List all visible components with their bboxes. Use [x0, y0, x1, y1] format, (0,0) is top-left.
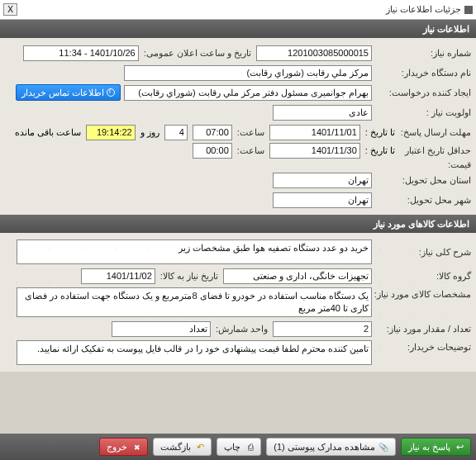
- unit-value: تعداد: [112, 321, 211, 337]
- credit-date: 1401/11/30: [269, 143, 360, 159]
- province-value: تهران: [273, 173, 372, 188]
- exit-icon: [131, 442, 140, 452]
- group-label: گروه کالا:: [372, 271, 471, 282]
- need-no-value: 1201003085000015: [256, 45, 372, 61]
- need-date-label: تاریخ نیاز به کالا:: [155, 271, 223, 282]
- buyer-value: مركز ملي رقابت (شوراي رقابت): [124, 65, 372, 81]
- announce-label: تاریخ و ساعت اعلان عمومی:: [139, 48, 256, 59]
- reply-time-label: ساعت:: [232, 127, 269, 138]
- reply-date: 1401/11/01: [269, 125, 360, 140]
- view-attachments-label: مشاهده مدارک پیوستی (1): [274, 442, 375, 453]
- buyer-note-label: توضیحات خریدار:: [372, 340, 471, 353]
- print-icon: [244, 442, 254, 452]
- buyer-note-value: تامین کننده محترم لطفا قیمت پیشنهادی خود…: [17, 340, 372, 365]
- spec-label: مشخصات کالای مورد نیاز:: [372, 287, 471, 300]
- back-label: بازگشت: [160, 442, 191, 453]
- requester-label: ایجاد کننده درخواست:: [372, 88, 471, 98]
- to-date-label: تا تاریخ :: [360, 127, 395, 138]
- city-label: شهر محل تحویل:: [372, 195, 471, 206]
- credit-time-label: ساعت:: [232, 145, 269, 156]
- qty-label: تعداد / مقدار مورد نیاز:: [372, 324, 471, 334]
- window-title: جزئیات اطلاعات نیاز: [386, 4, 461, 15]
- days-remaining: 4: [164, 125, 188, 140]
- need-info-panel: شماره نیاز: 1201003085000015 تاریخ و ساع…: [0, 38, 476, 215]
- attachment-icon: [378, 442, 388, 452]
- priority-value: عادی: [273, 105, 372, 121]
- qty-value: 2: [273, 321, 372, 337]
- requester-value: بهرام جوانمیری مسئول دفتر مرکز ملي رقابت…: [124, 85, 372, 101]
- contact-buyer-button[interactable]: اطلاعات تماس خریدار: [16, 84, 121, 101]
- need-no-label: شماره نیاز:: [372, 48, 471, 59]
- reply-label: پاسخ به نیاز: [408, 442, 450, 453]
- unit-label: واحد شمارش:: [211, 324, 273, 334]
- reply-time: 07:00: [193, 125, 232, 140]
- days-label: روز و: [140, 127, 159, 138]
- footer-toolbar: پاسخ به نیاز مشاهده مدارک پیوستی (1) چاپ…: [0, 434, 476, 460]
- credit-label-2: قیمت:: [395, 159, 471, 170]
- app-icon: [464, 6, 473, 14]
- priority-label: اولویت نیاز :: [372, 107, 471, 118]
- need-date-value: 1401/11/02: [81, 268, 155, 284]
- buyer-label: نام دستگاه خریدار:: [372, 68, 471, 78]
- credit-to-label: تا تاریخ :: [360, 145, 395, 156]
- spec-value: یک دستگاه مناسب استفاده در خودرو تا فضای…: [17, 287, 372, 317]
- province-label: استان محل تحویل:: [372, 175, 471, 186]
- city-value: تهران: [273, 192, 372, 208]
- time-remaining: 19:14:22: [86, 125, 136, 140]
- info-icon: [107, 88, 115, 97]
- need-desc-label: شرح کلی نیاز:: [372, 247, 471, 258]
- group-value: تجهیزات خانگی، اداری و صنعتی: [223, 268, 372, 284]
- title-bar: جزئیات اطلاعات نیاز X: [0, 0, 476, 20]
- need-desc-value: خرید دو عدد دستگاه تصفیه هوا طبق مشخصات …: [17, 239, 372, 264]
- credit-label-1: حداقل تاریخ اعتبار: [395, 146, 471, 154]
- contact-buyer-label: اطلاعات تماس خریدار: [21, 88, 104, 98]
- exit-button[interactable]: خروج: [99, 438, 148, 456]
- items-panel: شرح کلی نیاز: خرید دو عدد دستگاه تصفیه ه…: [0, 233, 476, 372]
- close-icon[interactable]: X: [3, 3, 17, 16]
- time-remaining-label: ساعت باقی مانده: [15, 127, 81, 138]
- print-button[interactable]: چاپ: [217, 438, 261, 456]
- reply-icon: [454, 442, 464, 452]
- section-header-need: اطلاعات نیاز: [0, 20, 476, 38]
- credit-time: 00:00: [193, 143, 232, 159]
- back-icon: [194, 442, 204, 452]
- view-attachments-button[interactable]: مشاهده مدارک پیوستی (1): [266, 438, 396, 456]
- print-label: چاپ: [224, 442, 240, 453]
- section-header-items: اطلاعات کالاهای مورد نیاز: [0, 215, 476, 233]
- exit-label: خروج: [107, 442, 127, 453]
- announce-value: 1401/10/26 - 11:34: [23, 45, 139, 61]
- reply-to-need-button[interactable]: پاسخ به نیاز: [401, 438, 471, 456]
- reply-deadline-label: مهلت ارسال پاسخ:: [395, 127, 471, 138]
- back-button[interactable]: بازگشت: [153, 438, 212, 456]
